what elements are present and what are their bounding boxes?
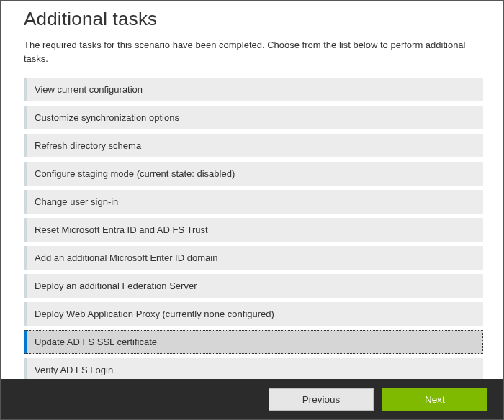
task-view-current-configuration[interactable]: View current configuration bbox=[24, 78, 483, 101]
task-verify-adfs-login[interactable]: Verify AD FS Login bbox=[24, 358, 483, 379]
task-label: Customize synchronization options bbox=[35, 112, 179, 123]
task-label: Configure staging mode (current state: d… bbox=[35, 168, 235, 179]
task-change-user-sign-in[interactable]: Change user sign-in bbox=[24, 190, 483, 214]
previous-button[interactable]: Previous bbox=[269, 388, 374, 411]
task-label: Deploy Web Application Proxy (currently … bbox=[35, 309, 274, 319]
next-button[interactable]: Next bbox=[382, 388, 487, 411]
task-label: Refresh directory schema bbox=[35, 140, 141, 151]
task-label: Verify AD FS Login bbox=[35, 365, 113, 375]
task-customize-synchronization-options[interactable]: Customize synchronization options bbox=[24, 106, 483, 129]
wizard-window: Additional tasks The required tasks for … bbox=[0, 0, 504, 420]
task-add-additional-entra-domain[interactable]: Add an additional Microsoft Enter ID dom… bbox=[24, 246, 483, 270]
content-area: Additional tasks The required tasks for … bbox=[1, 1, 503, 379]
task-label: Deploy an additional Federation Server bbox=[35, 280, 197, 291]
page-description: The required tasks for this scenario hav… bbox=[24, 39, 483, 66]
task-deploy-web-application-proxy[interactable]: Deploy Web Application Proxy (currently … bbox=[24, 302, 483, 326]
task-deploy-federation-server[interactable]: Deploy an additional Federation Server bbox=[24, 274, 483, 298]
task-reset-entra-adfs-trust[interactable]: Reset Microsoft Entra ID and AD FS Trust bbox=[24, 218, 483, 242]
task-update-adfs-ssl-certificate[interactable]: Update AD FS SSL certificate bbox=[24, 330, 483, 354]
task-label: Change user sign-in bbox=[35, 196, 118, 207]
footer-bar: Previous Next bbox=[1, 379, 503, 419]
task-list: View current configuration Customize syn… bbox=[24, 78, 483, 379]
task-configure-staging-mode[interactable]: Configure staging mode (current state: d… bbox=[24, 162, 483, 186]
task-label: Add an additional Microsoft Enter ID dom… bbox=[35, 252, 217, 263]
task-label: Reset Microsoft Entra ID and AD FS Trust bbox=[35, 224, 208, 235]
task-label: Update AD FS SSL certificate bbox=[35, 337, 157, 347]
page-title: Additional tasks bbox=[24, 8, 483, 30]
task-label: View current configuration bbox=[35, 84, 143, 95]
task-refresh-directory-schema[interactable]: Refresh directory schema bbox=[24, 134, 483, 158]
